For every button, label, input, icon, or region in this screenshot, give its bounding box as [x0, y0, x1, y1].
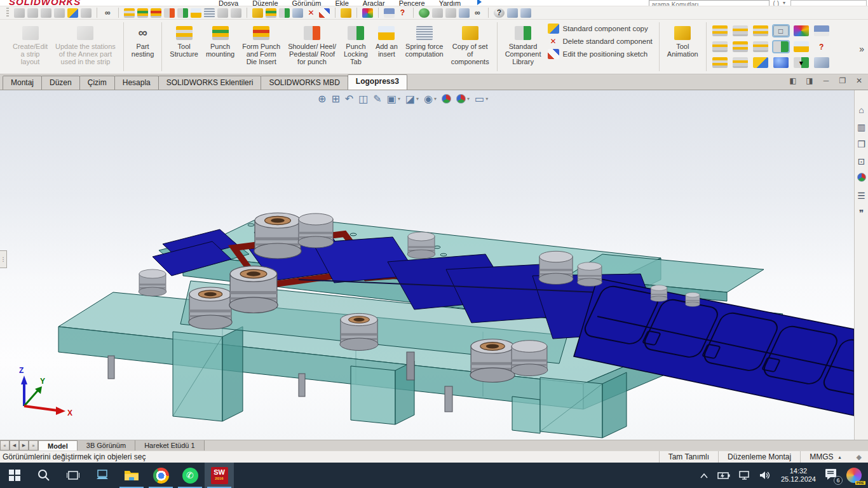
dropdown-arrow[interactable]: ▾ [799, 58, 803, 67]
view-palette-icon[interactable]: ⊡ [856, 156, 867, 167]
view-settings-icon[interactable]: ▭▾ [475, 93, 488, 105]
tool-structure-icon[interactable] [124, 8, 135, 18]
tool-animation-button[interactable]: Tool Animation [663, 22, 702, 60]
minimize-window-icon[interactable]: ─ [821, 76, 831, 85]
die-set-top-icon[interactable] [712, 25, 728, 36]
redline-icon[interactable]: ? [397, 8, 408, 18]
zoom-to-fit-icon[interactable]: ⊕ [318, 93, 326, 105]
command-search-input[interactable] [649, 0, 770, 6]
whatsapp-button[interactable]: ✆ [175, 463, 205, 488]
component-copy-hands-icon[interactable] [252, 8, 263, 18]
punch-locking-tab-button[interactable]: Punch Locking Tab [340, 22, 372, 67]
menu-araclar[interactable]: Araçlar [363, 0, 385, 6]
die-plate-mid-icon[interactable] [733, 41, 748, 52]
tab-sw-mbd[interactable]: SOLIDWORKS MBD [261, 76, 348, 90]
units-selector[interactable]: MMGS ▴ [800, 451, 850, 463]
punch-mounting-icon[interactable] [137, 8, 148, 18]
dropdown-arrow[interactable]: ▾ [467, 96, 470, 102]
die-assembly-model[interactable]: Z Y X [0, 90, 854, 440]
section-view-icon[interactable]: ◫ [358, 93, 368, 105]
task-view-button[interactable] [58, 463, 88, 488]
tab-sw-eklentileri[interactable]: SOLIDWORKS Eklentileri [158, 76, 262, 90]
file-explorer-button[interactable] [117, 463, 146, 488]
menu-ekle[interactable]: Ekle [335, 0, 348, 6]
die-set-bottom-icon[interactable] [753, 25, 768, 36]
copy-set-button[interactable]: Copy of set of components [447, 22, 493, 67]
appearances-icon[interactable] [856, 173, 867, 184]
apply-scene-icon[interactable]: ▾ [456, 94, 470, 104]
prev-tab-icon[interactable]: ◀ [10, 440, 19, 451]
edit-appearance-icon[interactable] [442, 94, 451, 104]
tool-animation-icon[interactable] [341, 8, 351, 18]
last-tab-icon[interactable]: » [29, 440, 38, 451]
standard-component-copy-button[interactable]: Standard component copy [548, 24, 653, 34]
tab-logopress3[interactable]: Logopress3 [348, 74, 407, 90]
shoulder-heel-button[interactable]: Shoulder/ Heel/ Pedestal/ Roof for punch [284, 22, 340, 67]
save-assembly-icon[interactable] [814, 25, 829, 36]
punch-locking-tab-icon[interactable] [177, 8, 188, 18]
tags-icon[interactable]: ◆ [850, 453, 868, 461]
forum-icon[interactable]: ❞ [856, 207, 867, 219]
tray-expand-icon[interactable] [700, 473, 709, 478]
connect-device-button[interactable] [88, 463, 117, 488]
taskbar-search-button[interactable] [29, 463, 58, 488]
window-sparkle-icon[interactable] [459, 8, 470, 18]
tab-montaj[interactable]: Montaj [3, 76, 42, 90]
die-plate-bottom-icon[interactable] [753, 41, 768, 52]
window-new-icon[interactable] [814, 57, 829, 68]
menu-yardim[interactable]: Yardım [439, 0, 461, 6]
start-button[interactable] [0, 463, 29, 488]
ribbon-overflow-button[interactable]: » [859, 44, 864, 54]
search-dropdown-icon[interactable]: ▾ [783, 0, 785, 6]
standard-component-icon[interactable] [279, 8, 290, 18]
display-style-icon[interactable]: ◪▾ [405, 93, 419, 105]
file-explorer-icon[interactable]: ❒ [856, 139, 867, 150]
close-window-icon[interactable]: ✕ [854, 76, 864, 85]
punch-mounting-button[interactable]: Punch mounting [202, 22, 238, 60]
menu-duzenle[interactable]: Düzenle [252, 0, 278, 6]
taskbar-clock[interactable]: 14:3225.12.2024 [781, 467, 816, 484]
menu-pencere[interactable]: Pencere [399, 0, 425, 6]
new-standard-component-icon[interactable] [266, 8, 276, 18]
menu-gorunum[interactable]: Görünüm [292, 0, 322, 6]
battery-icon[interactable] [717, 471, 730, 479]
add-insert-button[interactable]: Add an insert [372, 22, 402, 60]
custom-properties-icon[interactable]: ☰ [856, 190, 867, 201]
hide-show-items-icon[interactable]: ◉▾ [424, 93, 437, 105]
home-icon[interactable]: ⌂ [856, 104, 867, 116]
view-cube-icon[interactable]: □ [773, 25, 789, 36]
die-stack-b-icon[interactable] [733, 57, 748, 68]
zoom-to-area-icon[interactable]: ⊞ [331, 93, 339, 105]
die-set-mid-icon[interactable] [733, 25, 748, 36]
dropdown-arrow[interactable]: ▾ [416, 96, 419, 102]
restore-window-icon[interactable]: ❐ [837, 76, 848, 85]
action-center-button[interactable]: 6 [825, 468, 837, 482]
design-library-icon[interactable]: ▥ [856, 121, 867, 133]
add-insert-icon[interactable] [191, 8, 201, 18]
toolbar-grip[interactable] [6, 8, 9, 18]
user-edit-icon[interactable] [507, 8, 518, 18]
punch-dropdown-icon[interactable]: ▾ [794, 57, 809, 68]
color-palette-icon[interactable] [362, 8, 373, 18]
first-tab-icon[interactable]: « [0, 440, 10, 451]
dropdown-arrow[interactable]: ▾ [398, 96, 400, 102]
pane-left-icon[interactable]: ◧ [788, 76, 798, 85]
tab-motion-study[interactable]: Hareket Etüdü 1 [135, 440, 205, 451]
tool-structure-button[interactable]: Tool Structure [166, 22, 202, 60]
network-icon[interactable] [739, 471, 750, 480]
export-chain-icon[interactable]: ∞ [472, 8, 483, 18]
part-nesting-icon[interactable]: ∞ [102, 8, 113, 18]
rotate-component-icon[interactable] [67, 8, 78, 18]
delete-standard-component-icon[interactable]: ✕ [306, 8, 316, 18]
tab-duzen[interactable]: Düzen [41, 76, 80, 90]
shoulder-heel-punch-icon[interactable] [164, 8, 175, 18]
window-check-icon[interactable] [520, 8, 531, 18]
punch-gold-icon[interactable] [794, 41, 809, 52]
next-tab-icon[interactable]: ▶ [19, 440, 29, 451]
part-nesting-button[interactable]: ∞ Part nesting [128, 22, 158, 60]
annotation-views-icon[interactable]: ✎ [373, 93, 381, 105]
standard-component-library-button[interactable]: Standard Component Library [501, 22, 545, 67]
die-plate-top-icon[interactable] [712, 41, 728, 52]
pane-right-icon[interactable]: ◨ [804, 76, 815, 85]
paint-hammer-icon[interactable] [753, 57, 768, 68]
